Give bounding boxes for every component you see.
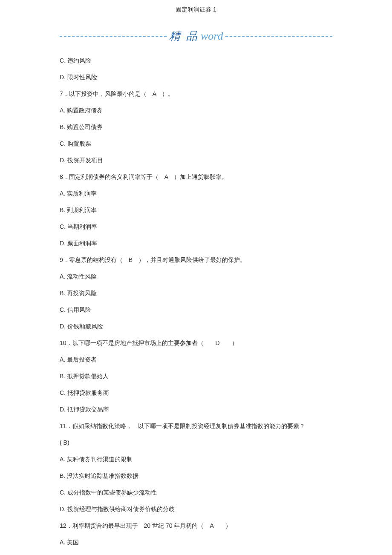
body-line: B. 再投资风险: [60, 289, 332, 298]
divider-brand: 精 品 word: [60, 28, 332, 44]
body-line: 8．固定利润债券的名义利润率等于（ A ）加上通货膨胀率。: [60, 173, 332, 181]
body-line: A. 购置政府债券: [60, 106, 332, 115]
body-line: 12．利率期货合约最早出现于 20 世纪 70 年月初的（ A ）: [60, 521, 332, 530]
body-line: C. 购置股票: [60, 139, 332, 148]
body-line: B. 到期利润率: [60, 206, 332, 215]
body-line: C. 信用风险: [60, 305, 332, 314]
dashed-line-right: [225, 36, 332, 37]
body-line: 9．零息票的结构没有（ B ），并且对通胀风险供给了最好的保护。: [60, 256, 332, 265]
body-line: A. 实质利润率: [60, 189, 332, 198]
body-line: ( B): [60, 438, 332, 447]
body-line: D. 抵押贷款交易商: [60, 405, 332, 414]
body-line: B. 购置公司债券: [60, 123, 332, 132]
content-body: C. 违约风险 D. 限时性风险 7．以下投资中，风险最小的是（ A ）。 A.…: [60, 56, 332, 547]
body-line: D. 限时性风险: [60, 73, 332, 82]
page: 固定利润证券 1 精 品 word C. 违约风险 D. 限时性风险 7．以下投…: [0, 0, 392, 555]
body-line: 10．以下哪一项不是房地产抵押市场上的主要参加者（ D ）: [60, 339, 332, 348]
body-line: A. 最后投资者: [60, 355, 332, 364]
dashed-line-left: [60, 36, 167, 37]
body-line: D. 投资开发项目: [60, 156, 332, 165]
body-line: C. 抵押贷款服务商: [60, 388, 332, 397]
body-line: C. 违约风险: [60, 56, 332, 65]
body-line: B. 抵押贷款倡始人: [60, 372, 332, 381]
body-line: 7．以下投资中，风险最小的是（ A ）。: [60, 89, 332, 98]
body-line: A. 美国: [60, 538, 332, 547]
page-title: 固定利润证券 1: [60, 5, 332, 14]
body-line: D. 票面利润率: [60, 239, 332, 248]
body-line: C. 当期利润率: [60, 222, 332, 231]
brand-text: 精 品 word: [167, 28, 226, 44]
body-line: A. 某种债券刊行渠道的限制: [60, 455, 332, 464]
body-line: D. 价钱颠簸风险: [60, 322, 332, 331]
body-line: B. 没法实时追踪基准指数数据: [60, 472, 332, 480]
brand-en: word: [201, 30, 223, 42]
body-line: D. 投资经理与指数供给商对债券价钱的分歧: [60, 505, 332, 514]
body-line: A. 流动性风险: [60, 272, 332, 281]
brand-cn: 精 品: [169, 30, 199, 42]
body-line: 11．假如采纳指数化策略， 以下哪一项不是限制投资经理复制债券基准指数的能力的要…: [60, 422, 332, 431]
body-line: C. 成分指数中的某些债券缺少流动性: [60, 488, 332, 497]
